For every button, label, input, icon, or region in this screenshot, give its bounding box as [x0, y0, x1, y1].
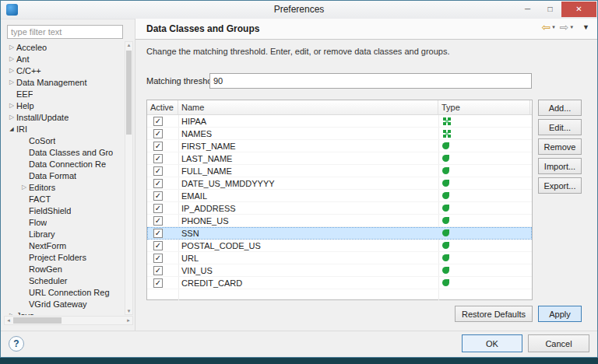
minimize-icon[interactable]: ─ — [516, 2, 539, 17]
tree-item-data-connection-re[interactable]: Data Connection Re — [4, 158, 124, 170]
expand-arrow-icon[interactable]: ▷ — [7, 114, 16, 121]
checkbox-checked[interactable]: ✓ — [153, 166, 163, 176]
expand-arrow-icon[interactable]: ▷ — [7, 44, 16, 51]
table-row-vin-us[interactable]: ✓VIN_US — [147, 264, 532, 277]
checkbox-checked[interactable]: ✓ — [153, 117, 163, 126]
tree-item-rowgen[interactable]: RowGen — [4, 263, 124, 275]
table-row-phone-us[interactable]: ✓PHONE_US — [147, 215, 532, 227]
tree-item-editors[interactable]: ▷Editors — [4, 181, 124, 193]
remove-button[interactable]: Remove — [538, 138, 582, 155]
forward-icon[interactable]: ⇨ — [560, 21, 569, 33]
column-header-type[interactable]: Type — [438, 100, 530, 114]
checkbox-checked[interactable]: ✓ — [153, 266, 163, 275]
tree-item-cosort[interactable]: CoSort — [4, 135, 124, 146]
tree-item-ant[interactable]: ▷Ant — [4, 53, 124, 65]
expand-arrow-icon[interactable]: ▷ — [7, 102, 16, 109]
checkbox-checked[interactable]: ✓ — [153, 179, 163, 188]
table-row-ip-address[interactable]: ✓IP_ADDRESS — [147, 202, 532, 215]
forward-history-caret-icon[interactable]: ▾ — [571, 24, 574, 30]
titlebar[interactable]: Preferences ─ □ ✕ — [1, 1, 597, 19]
table-row-hipaa[interactable]: ✓HIPAA — [147, 115, 532, 128]
scroll-up-icon[interactable]: ▴ — [125, 42, 132, 48]
table-row-url[interactable]: ✓URL — [147, 252, 532, 264]
expand-arrow-icon[interactable]: ▷ — [7, 312, 16, 315]
import-button[interactable]: Import... — [538, 158, 582, 174]
table-row-ssn[interactable]: ✓SSN — [147, 227, 532, 240]
checkbox-checked[interactable]: ✓ — [153, 191, 163, 201]
expand-arrow-icon[interactable]: ▷ — [7, 67, 16, 74]
back-history-caret-icon[interactable]: ▾ — [552, 24, 555, 30]
tree-item-vgrid-gateway[interactable]: VGrid Gateway — [4, 298, 124, 310]
tree-item-iri[interactable]: ◢IRI — [4, 123, 124, 135]
horizontal-scrollbar-thumb[interactable] — [13, 317, 62, 324]
scroll-down-icon[interactable]: ▾ — [125, 308, 132, 314]
vertical-scrollbar-thumb[interactable] — [126, 51, 132, 135]
tree-item-acceleo[interactable]: ▷Acceleo — [4, 41, 124, 53]
checkbox-checked[interactable]: ✓ — [153, 278, 163, 288]
expand-arrow-icon[interactable]: ▷ — [19, 184, 29, 191]
tree-vertical-scrollbar[interactable]: ▴ ▾ — [125, 41, 133, 315]
restore-defaults-button[interactable]: Restore Defaults — [455, 306, 533, 322]
matching-threshold-input[interactable] — [209, 73, 532, 89]
expand-arrow-icon[interactable]: ▷ — [7, 55, 16, 62]
tree-item-data-classes-and-gro[interactable]: Data Classes and Gro — [4, 146, 124, 158]
checkbox-checked[interactable]: ✓ — [153, 154, 163, 163]
checkbox-checked[interactable]: ✓ — [153, 241, 163, 250]
preferences-tree[interactable]: ▷Acceleo▷Ant▷C/C++▷Data ManagementEEF▷He… — [4, 41, 124, 315]
tree-item-data-management[interactable]: ▷Data Management — [4, 76, 124, 88]
table-row-full-name[interactable]: ✓FULL_NAME — [147, 165, 532, 177]
tree-horizontal-scrollbar[interactable]: ◂ ▸ — [4, 316, 133, 325]
table-row-last-name[interactable]: ✓LAST_NAME — [147, 152, 532, 165]
column-header-active[interactable]: Active — [147, 100, 178, 114]
table-row-date-us-mmddyyyy[interactable]: ✓DATE_US_MMDDYYYY — [147, 177, 532, 190]
table-row-email[interactable]: ✓EMAIL — [147, 190, 532, 202]
table-row-postal-code-us[interactable]: ✓POSTAL_CODE_US — [147, 240, 532, 252]
checkbox-checked[interactable]: ✓ — [153, 254, 163, 263]
tree-item-data-format[interactable]: Data Format — [4, 170, 124, 181]
expand-arrow-icon[interactable]: ▷ — [7, 79, 16, 86]
table-header[interactable]: Active Name Type — [147, 100, 532, 115]
tree-item-help[interactable]: ▷Help — [4, 100, 124, 111]
tree-item-label: VGrid Gateway — [29, 299, 87, 309]
table-row-credit-card[interactable]: ✓CREDIT_CARD — [147, 277, 532, 289]
close-icon[interactable]: ✕ — [561, 2, 596, 17]
tree-item-eef[interactable]: EEF — [4, 88, 124, 100]
checkbox-checked[interactable]: ✓ — [153, 229, 163, 238]
scroll-right-icon[interactable]: ▸ — [125, 317, 132, 324]
help-button[interactable]: ? — [9, 336, 24, 352]
table-row-names[interactable]: ✓NAMES — [147, 128, 532, 140]
checkbox-checked[interactable]: ✓ — [153, 216, 163, 226]
checkbox-checked[interactable]: ✓ — [153, 204, 163, 213]
sash-divider[interactable] — [135, 19, 135, 331]
cell-active: ✓ — [147, 128, 178, 139]
edit-button[interactable]: Edit... — [538, 119, 582, 135]
data-class-icon — [442, 192, 449, 199]
checkbox-checked[interactable]: ✓ — [153, 142, 163, 151]
filter-input[interactable] — [7, 25, 123, 39]
tree-item-library[interactable]: Library — [4, 228, 124, 240]
ok-button[interactable]: OK — [462, 334, 522, 352]
export-button[interactable]: Export... — [538, 177, 582, 194]
tree-item-flow[interactable]: Flow — [4, 216, 124, 228]
apply-button[interactable]: Apply — [538, 306, 582, 322]
tree-item-scheduler[interactable]: Scheduler — [4, 275, 124, 286]
tree-item-nextform[interactable]: NextForm — [4, 240, 124, 251]
tree-item-fieldshield[interactable]: FieldShield — [4, 205, 124, 216]
maximize-icon[interactable]: □ — [539, 2, 561, 17]
tree-item-java[interactable]: ▷Java — [4, 310, 124, 315]
tree-item-url-connection-reg[interactable]: URL Connection Reg — [4, 286, 124, 298]
back-icon[interactable]: ⇦ — [542, 21, 551, 33]
tree-item-install-update[interactable]: ▷Install/Update — [4, 111, 124, 123]
collapse-arrow-icon[interactable]: ◢ — [7, 126, 16, 132]
checkbox-checked[interactable]: ✓ — [153, 129, 163, 138]
table-row-first-name[interactable]: ✓FIRST_NAME — [147, 140, 532, 152]
view-menu-icon[interactable]: ▼ — [582, 23, 589, 31]
cancel-button[interactable]: Cancel — [528, 334, 589, 352]
tree-item-fact[interactable]: FACT — [4, 193, 124, 205]
tree-item-c-c[interactable]: ▷C/C++ — [4, 65, 124, 76]
column-header-name[interactable]: Name — [178, 100, 438, 114]
cell-type — [438, 128, 530, 139]
add-button[interactable]: Add... — [538, 100, 582, 116]
scroll-left-icon[interactable]: ◂ — [5, 317, 12, 324]
tree-item-project-folders[interactable]: Project Folders — [4, 251, 124, 263]
